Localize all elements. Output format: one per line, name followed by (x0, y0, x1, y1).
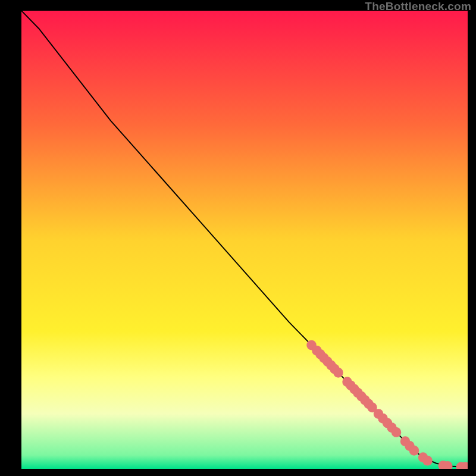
plot-background (21, 11, 468, 469)
data-marker (333, 368, 343, 378)
data-marker (392, 427, 402, 437)
chart-plot (21, 11, 468, 469)
chart-stage: TheBottleneck.com (0, 0, 476, 476)
data-marker (422, 456, 433, 466)
data-marker (409, 446, 419, 456)
